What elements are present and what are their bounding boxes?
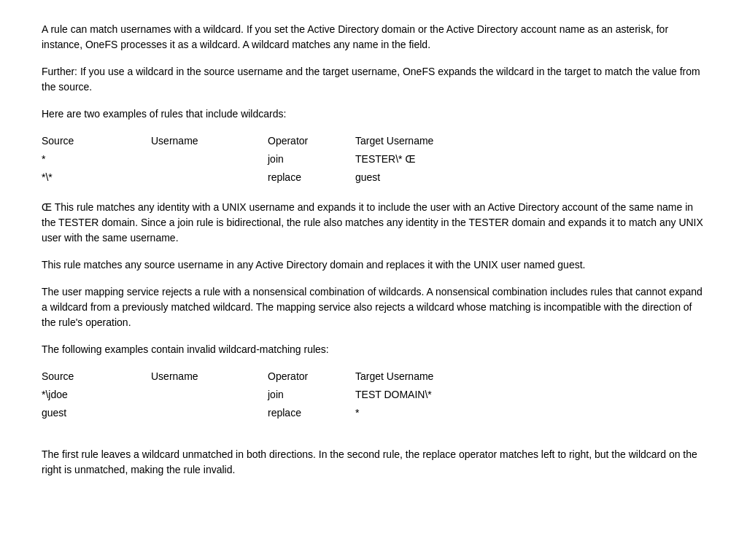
table1-row1-username [151,152,268,167]
table2-row2-username [151,405,268,421]
table1-header-target: Target Username [355,133,705,149]
table2-row2-operator: replace [268,405,355,421]
note-1: Œ This rule matches any identity with a … [42,200,705,246]
paragraph-6: The first rule leaves a wildcard unmatch… [42,447,705,478]
table2-row2-target: * [355,405,705,421]
table-1: Source Username Operator Target Username… [42,133,705,185]
table2-row1-source: *\jdoe [42,387,151,402]
table1-row2-operator: replace [268,170,355,185]
table1-row1-operator: join [268,152,355,167]
table2-header-username: Username [151,369,268,384]
note-2: This rule matches any source username in… [42,257,705,273]
paragraph-4: The user mapping service rejects a rule … [42,284,705,330]
table1-header-source: Source [42,133,151,149]
table1-row1-target: TESTER\* Œ [355,152,705,167]
table1-row2-source: *\* [42,170,151,185]
paragraph-1: A rule can match usernames with a wildca… [42,22,705,52]
table1-row2-target: guest [355,170,705,185]
paragraph-5: The following examples contain invalid w… [42,342,705,357]
table2-row2-source: guest [42,405,151,421]
paragraph-2: Further: If you use a wildcard in the so… [42,64,705,95]
table1-header-operator: Operator [268,133,355,149]
table-2: Source Username Operator Target Username… [42,369,705,421]
table1-row1-source: * [42,152,151,167]
table2-header-source: Source [42,369,151,384]
table1-row2-username [151,170,268,185]
table2-header-operator: Operator [268,369,355,384]
table2-row1-username [151,387,268,402]
table2-row1-target: TEST DOMAIN\* [355,387,705,402]
table2-row1-operator: join [268,387,355,402]
paragraph-3: Here are two examples of rules that incl… [42,106,705,122]
table2-header-target: Target Username [355,369,705,384]
table1-header-username: Username [151,133,268,149]
